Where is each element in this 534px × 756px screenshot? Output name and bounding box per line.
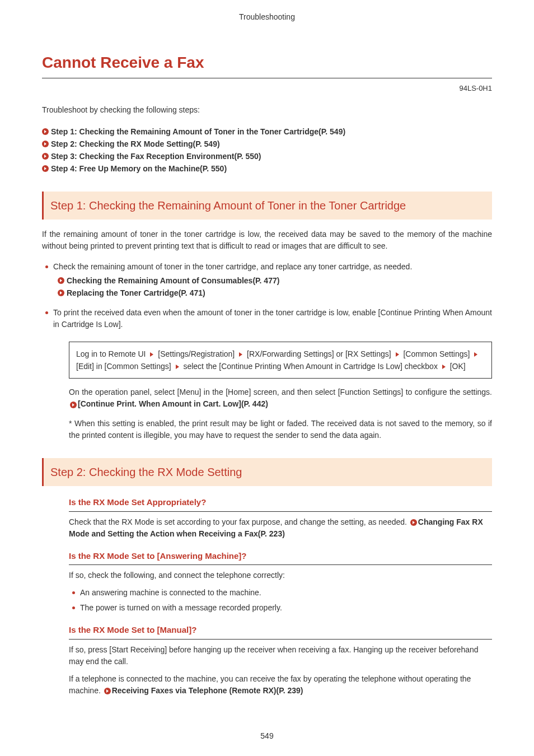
q2-bullet-2: The power is turned on with a message re… (69, 602, 492, 614)
q1-text-body: Check that the RX Mode is set according … (69, 517, 409, 526)
bullet-text: Check the remaining amount of toner in t… (53, 262, 412, 271)
q1-heading: Is the RX Mode Set Appropriately? (69, 496, 492, 512)
arrow-right-icon (410, 519, 417, 526)
step1-section: Step 1: Checking the Remaining Amount of… (42, 192, 492, 442)
link-continue-print[interactable]: [Continue Print. When Amount in Cart. Lo… (78, 399, 268, 408)
toc-link[interactable]: Step 1: Checking the Remaining Amount of… (51, 126, 345, 138)
q2-heading: Is the RX Mode Set to [Answering Machine… (69, 550, 492, 566)
toc-item-step2[interactable]: Step 2: Checking the RX Mode Setting(P. … (42, 138, 492, 150)
link-check-consumables[interactable]: Checking the Remaining Amount of Consuma… (53, 275, 492, 287)
step-separator-icon (176, 365, 179, 369)
box-segment: [Common Settings] (403, 349, 470, 358)
box-segment: [Edit] in [Common Settings] (76, 362, 171, 371)
bullet-text: To print the received data even when the… (53, 308, 492, 329)
step-separator-icon (150, 352, 153, 357)
step2-section: Step 2: Checking the RX Mode Setting Is … (42, 458, 492, 697)
intro-text: Troubleshoot by checking the following s… (42, 104, 492, 116)
link-replace-cartridge[interactable]: Replacing the Toner Cartridge(P. 471) (53, 287, 492, 299)
q3-text-1: If so, press [Start Receiving] before ha… (69, 644, 492, 668)
remote-ui-steps-box: Log in to Remote UI [Settings/Registrati… (69, 342, 492, 379)
arrow-right-icon (104, 688, 111, 694)
toc-link[interactable]: Step 3: Checking the Fax Reception Envir… (51, 151, 261, 162)
arrow-right-icon (70, 402, 77, 408)
link-text[interactable]: Replacing the Toner Cartridge(P. 471) (67, 287, 205, 299)
step1-footnote: * When this setting is enabled, the prin… (69, 418, 492, 441)
page-number: 549 (42, 730, 492, 742)
step1-bullets: Check the remaining amount of toner in t… (42, 261, 492, 330)
arrow-right-icon (42, 141, 49, 147)
q1-text: Check that the RX Mode is set according … (69, 516, 492, 540)
toc-item-step1[interactable]: Step 1: Checking the Remaining Amount of… (42, 126, 492, 138)
box-segment: select the [Continue Printing When Amoun… (183, 362, 437, 371)
step-separator-icon (474, 352, 477, 357)
arrow-right-icon (42, 153, 49, 160)
arrow-right-icon (42, 128, 49, 135)
q3-text-2: If a telephone is connected to the machi… (69, 673, 492, 697)
operation-panel-note: On the operation panel, select [Menu] in… (69, 386, 492, 410)
page-title: Cannot Receive a Fax (42, 51, 492, 74)
step1-bullet-check-toner: Check the remaining amount of toner in t… (42, 261, 492, 299)
q3-heading: Is the RX Mode Set to [Manual]? (69, 624, 492, 640)
link-remote-rx[interactable]: Receiving Faxes via Telephone (Remote RX… (112, 686, 303, 695)
chapter-header: Troubleshooting (42, 11, 492, 23)
step-separator-icon (396, 352, 399, 357)
toc-link[interactable]: Step 2: Checking the RX Mode Setting(P. … (51, 138, 220, 150)
box-segment: Log in to Remote UI (76, 349, 146, 358)
panel-text: On the operation panel, select [Menu] in… (69, 388, 492, 396)
q2-text: If so, check the following, and connect … (69, 570, 492, 581)
step1-heading: Step 1: Checking the Remaining Amount of… (42, 192, 492, 220)
toc-link[interactable]: Step 4: Free Up Memory on the Machine(P.… (51, 163, 227, 175)
box-segment: [OK] (450, 362, 466, 371)
q2-bullets: An answering machine is connected to the… (69, 587, 492, 614)
step2-heading: Step 2: Checking the RX Mode Setting (42, 458, 492, 486)
toc-list: Step 1: Checking the Remaining Amount of… (42, 126, 492, 175)
document-id: 94LS-0H1 (42, 83, 492, 94)
arrow-right-icon (58, 277, 64, 284)
toc-item-step3[interactable]: Step 3: Checking the Fax Reception Envir… (42, 151, 492, 162)
step1-sublinks: Checking the Remaining Amount of Consuma… (53, 275, 492, 299)
q2-bullet-1: An answering machine is connected to the… (69, 587, 492, 599)
box-segment: [Settings/Registration] (158, 349, 235, 358)
box-segment: [RX/Forwarding Settings] or [RX Settings… (247, 349, 391, 358)
step-separator-icon (239, 352, 242, 357)
arrow-right-icon (58, 290, 64, 296)
toc-item-step4[interactable]: Step 4: Free Up Memory on the Machine(P.… (42, 163, 492, 175)
link-text[interactable]: Checking the Remaining Amount of Consuma… (67, 275, 279, 287)
step1-intro: If the remaining amount of toner in the … (42, 228, 492, 252)
step1-bullet-continue-printing: To print the received data even when the… (42, 307, 492, 330)
step-separator-icon (442, 365, 446, 369)
arrow-right-icon (42, 165, 49, 172)
step2-content: Is the RX Mode Set Appropriately? Check … (42, 496, 492, 697)
title-divider (42, 78, 492, 78)
